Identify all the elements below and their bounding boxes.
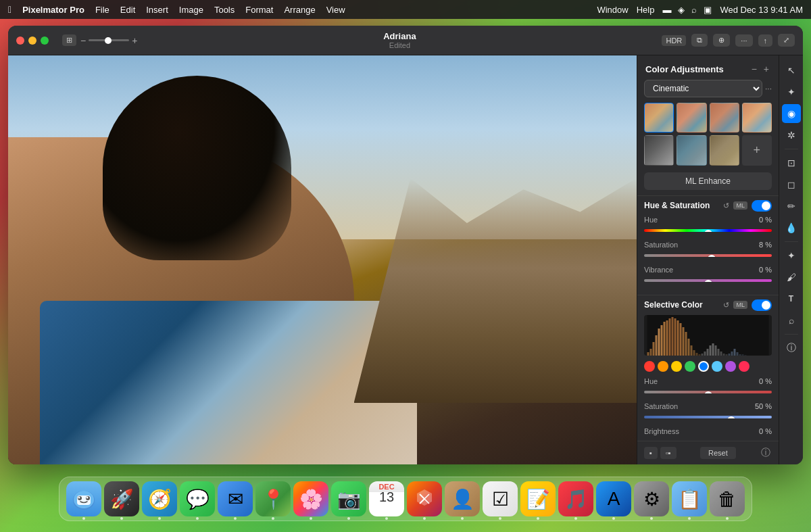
dock-icon-trash[interactable]: 🗑 — [710, 481, 745, 516]
color-yellow[interactable] — [671, 361, 682, 372]
search-icon[interactable]: ⌕ — [691, 5, 697, 15]
zoom-plus-icon[interactable]: + — [132, 35, 137, 46]
sat-track — [644, 254, 772, 257]
paint-brush-tool[interactable]: 🖌 — [782, 268, 801, 287]
view-single-button[interactable]: ▪ — [644, 447, 658, 459]
svg-rect-20 — [699, 354, 701, 356]
view-toggle-button[interactable]: ⧉ — [691, 34, 708, 47]
sc-bright-label: Brightness — [644, 427, 679, 435]
preset-thumb-6[interactable] — [677, 135, 706, 165]
color-red[interactable] — [644, 361, 655, 372]
hdr-badge[interactable]: HDR — [662, 35, 686, 46]
svg-rect-9 — [669, 318, 671, 356]
color-green[interactable] — [685, 361, 695, 372]
menu-arrange[interactable]: Arrange — [284, 5, 315, 15]
more-button[interactable]: ··· — [735, 34, 752, 47]
svg-rect-33 — [734, 349, 736, 356]
dock-icon-pixelmator[interactable] — [407, 481, 442, 516]
fullscreen-button[interactable]: ⤢ — [778, 34, 795, 47]
preset-thumb-1[interactable] — [644, 103, 674, 132]
menu-file[interactable]: File — [95, 5, 109, 15]
share-button[interactable]: ↑ — [758, 34, 773, 47]
color-purple[interactable] — [725, 361, 736, 372]
menu-edit[interactable]: Edit — [120, 5, 135, 15]
dock-icon-calendar[interactable]: DEC13 — [369, 481, 404, 516]
duplicate-button[interactable]: ⊕ — [713, 34, 730, 47]
app-name-menu[interactable]: Pixelmator Pro — [22, 5, 84, 15]
view-split-button[interactable]: ▫▪ — [660, 447, 677, 459]
erase-tool[interactable]: ◻ — [782, 175, 801, 194]
panel-info-button[interactable]: ⓘ — [760, 445, 772, 460]
dock-icon-notes[interactable]: 📝 — [520, 481, 556, 516]
dropper-tool[interactable]: 💧 — [782, 218, 801, 237]
menu-image[interactable]: Image — [179, 5, 203, 15]
adjust-tool[interactable]: ◉ — [782, 104, 801, 123]
selective-color-reset-button[interactable]: ↺ — [723, 301, 729, 310]
dock-icon-facetime[interactable]: 📷 — [331, 481, 366, 516]
dock-icon-finder[interactable] — [66, 481, 101, 516]
vib-slider[interactable] — [644, 276, 772, 285]
hue-slider[interactable] — [644, 226, 772, 235]
pencil-tool[interactable]: ✏ — [782, 197, 801, 216]
reset-button[interactable]: Reset — [700, 447, 736, 459]
histogram-svg — [644, 315, 772, 356]
paint-tool[interactable]: ✦ — [782, 82, 801, 101]
maximize-button[interactable] — [41, 37, 49, 45]
zoom-track[interactable] — [89, 39, 129, 41]
dock-icon-mail[interactable]: ✉ — [218, 481, 253, 516]
preset-thumb-5[interactable] — [644, 135, 674, 165]
panel-minus-button[interactable]: − — [750, 62, 758, 76]
sidebar-toggle-button[interactable]: ⊞ — [62, 34, 76, 46]
menu-window[interactable]: Window — [597, 5, 628, 15]
dock-icon-launchpad[interactable]: 🚀 — [104, 481, 139, 516]
sat-slider[interactable] — [644, 251, 772, 260]
clone-tool[interactable]: ✦ — [782, 246, 801, 265]
sc-bright-slider[interactable] — [644, 437, 772, 441]
sc-sat-slider[interactable] — [644, 412, 772, 422]
effects-tool[interactable]: ✲ — [782, 126, 801, 145]
menu-tools[interactable]: Tools — [214, 5, 235, 15]
minimize-button[interactable] — [28, 37, 36, 45]
hue-sat-reset-button[interactable]: ↺ — [723, 201, 729, 210]
dock-icon-reminders[interactable]: ☑ — [483, 481, 518, 516]
preset-thumb-3[interactable] — [710, 103, 739, 132]
apple-logo[interactable]:  — [8, 4, 11, 15]
menu-view[interactable]: View — [326, 5, 345, 15]
preset-thumb-4[interactable] — [742, 103, 772, 132]
crop-tool[interactable]: ⊡ — [782, 153, 801, 172]
preset-add-button[interactable]: + — [742, 135, 772, 165]
menu-help[interactable]: Help — [637, 5, 655, 15]
dock-icon-messages[interactable]: 💬 — [180, 481, 215, 516]
preset-options-button[interactable]: ··· — [765, 84, 772, 93]
color-blue[interactable] — [698, 361, 709, 372]
dock-icon-contacts[interactable]: 👤 — [445, 481, 480, 516]
text-tool[interactable]: T — [782, 289, 801, 308]
cursor-tool[interactable]: ↖ — [782, 61, 801, 80]
preset-select[interactable]: Cinematic — [644, 80, 762, 97]
preset-thumb-7[interactable] — [710, 135, 739, 165]
panel-plus-button[interactable]: + — [762, 62, 770, 76]
selective-color-toggle[interactable] — [752, 299, 772, 311]
color-orange[interactable] — [658, 361, 668, 372]
dock-icon-photos[interactable]: 🌸 — [293, 481, 328, 516]
ml-enhance-button[interactable]: ML Enhance — [644, 172, 772, 190]
zoom-minus-icon[interactable]: − — [80, 35, 86, 46]
dock-icon-maps[interactable]: 📍 — [255, 481, 291, 516]
sc-bright-label-row: Brightness 0 % — [644, 427, 772, 435]
preset-thumb-2[interactable] — [677, 103, 706, 132]
color-pink[interactable] — [739, 361, 749, 372]
zoom-tool[interactable]: ⌕ — [782, 311, 801, 330]
panel-content[interactable]: Hue & Saturation ↺ ML Hue 0 % — [637, 195, 779, 441]
menu-format[interactable]: Format — [245, 5, 273, 15]
dock-icon-music[interactable]: 🎵 — [558, 481, 593, 516]
sc-hue-slider[interactable] — [644, 387, 772, 397]
menu-insert[interactable]: Insert — [146, 5, 168, 15]
dock-icon-safari[interactable]: 🧭 — [142, 481, 177, 516]
dock-icon-clipboard[interactable]: 📋 — [672, 481, 707, 516]
more-tools[interactable]: ⓘ — [782, 339, 801, 358]
close-button[interactable] — [16, 37, 24, 45]
color-cyan[interactable] — [712, 361, 722, 372]
hue-sat-toggle[interactable] — [752, 200, 772, 212]
dock-icon-preferences[interactable]: ⚙ — [634, 481, 669, 516]
dock-icon-app-store[interactable]: A — [596, 481, 631, 516]
